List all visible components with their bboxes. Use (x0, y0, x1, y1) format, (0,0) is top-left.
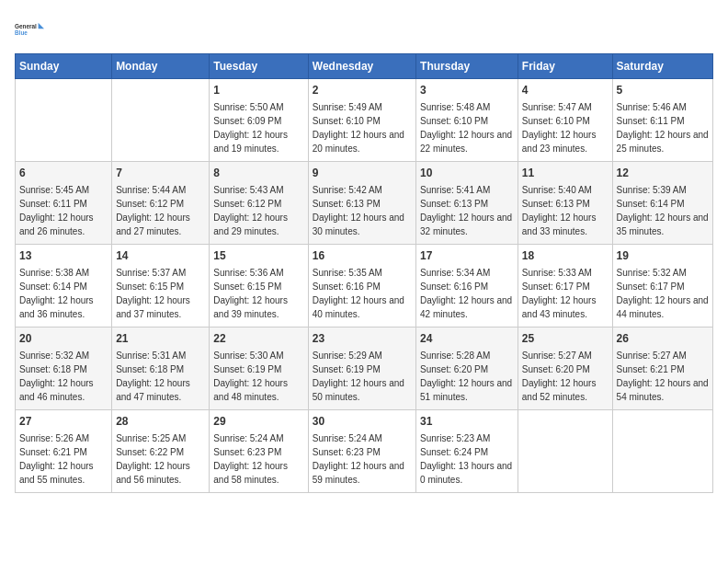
day-number: 21 (116, 331, 205, 347)
logo-icon: GeneralBlue (15, 15, 44, 44)
day-number: 4 (522, 83, 609, 98)
calendar-cell: 3Sunrise: 5:48 AM Sunset: 6:10 PM Daylig… (416, 79, 518, 162)
calendar-cell: 29Sunrise: 5:24 AM Sunset: 6:23 PM Dayli… (210, 410, 308, 493)
calendar-cell: 5Sunrise: 5:46 AM Sunset: 6:11 PM Daylig… (612, 79, 712, 162)
calendar-cell: 9Sunrise: 5:42 AM Sunset: 6:13 PM Daylig… (308, 162, 415, 245)
calendar-cell: 21Sunrise: 5:31 AM Sunset: 6:18 PM Dayli… (112, 327, 210, 410)
calendar-cell: 8Sunrise: 5:43 AM Sunset: 6:12 PM Daylig… (210, 162, 308, 245)
calendar-cell: 20Sunrise: 5:32 AM Sunset: 6:18 PM Dayli… (16, 327, 112, 410)
svg-text:Blue: Blue (15, 29, 28, 36)
calendar-cell: 4Sunrise: 5:47 AM Sunset: 6:10 PM Daylig… (518, 79, 612, 162)
day-number: 28 (116, 414, 205, 430)
weekday-header: Saturday (612, 54, 712, 79)
logo: GeneralBlue (15, 15, 44, 44)
svg-text:General: General (15, 23, 37, 29)
day-number: 24 (420, 331, 514, 347)
calendar-cell: 30Sunrise: 5:24 AM Sunset: 6:23 PM Dayli… (308, 410, 415, 493)
calendar-cell: 13Sunrise: 5:38 AM Sunset: 6:14 PM Dayli… (16, 245, 112, 327)
day-number: 13 (19, 248, 108, 264)
day-info: Sunrise: 5:42 AM Sunset: 6:13 PM Dayligh… (313, 185, 404, 236)
day-info: Sunrise: 5:27 AM Sunset: 6:20 PM Dayligh… (522, 350, 597, 402)
day-number: 3 (420, 83, 514, 98)
calendar-cell: 7Sunrise: 5:44 AM Sunset: 6:12 PM Daylig… (112, 162, 210, 245)
day-number: 14 (116, 248, 205, 264)
day-number: 25 (522, 331, 609, 347)
day-number: 27 (19, 414, 108, 430)
day-number: 8 (213, 166, 303, 181)
day-number: 31 (420, 414, 514, 430)
day-number: 6 (19, 166, 108, 181)
calendar-cell (612, 410, 712, 493)
weekday-header-row: SundayMondayTuesdayWednesdayThursdayFrid… (16, 54, 713, 79)
calendar-cell: 19Sunrise: 5:32 AM Sunset: 6:17 PM Dayli… (612, 245, 712, 327)
day-info: Sunrise: 5:23 AM Sunset: 6:24 PM Dayligh… (420, 433, 512, 485)
day-number: 16 (313, 248, 412, 264)
day-info: Sunrise: 5:25 AM Sunset: 6:22 PM Dayligh… (116, 433, 190, 485)
calendar-cell: 10Sunrise: 5:41 AM Sunset: 6:13 PM Dayli… (416, 162, 518, 245)
calendar-week-row: 20Sunrise: 5:32 AM Sunset: 6:18 PM Dayli… (16, 327, 713, 410)
day-number: 19 (617, 248, 709, 264)
day-info: Sunrise: 5:32 AM Sunset: 6:17 PM Dayligh… (617, 268, 709, 319)
day-number: 29 (213, 414, 303, 430)
calendar-cell: 2Sunrise: 5:49 AM Sunset: 6:10 PM Daylig… (308, 79, 415, 162)
day-info: Sunrise: 5:44 AM Sunset: 6:12 PM Dayligh… (116, 185, 190, 236)
day-info: Sunrise: 5:33 AM Sunset: 6:17 PM Dayligh… (522, 268, 597, 319)
day-info: Sunrise: 5:31 AM Sunset: 6:18 PM Dayligh… (116, 350, 190, 402)
day-info: Sunrise: 5:43 AM Sunset: 6:12 PM Dayligh… (213, 185, 288, 236)
day-number: 17 (420, 248, 514, 264)
weekday-header: Tuesday (210, 54, 308, 79)
weekday-header: Sunday (16, 54, 112, 79)
day-number: 10 (420, 166, 514, 181)
calendar-cell (112, 79, 210, 162)
day-number: 7 (116, 166, 205, 181)
day-info: Sunrise: 5:47 AM Sunset: 6:10 PM Dayligh… (522, 102, 597, 154)
svg-marker-2 (39, 23, 44, 29)
calendar-cell: 23Sunrise: 5:29 AM Sunset: 6:19 PM Dayli… (308, 327, 415, 410)
calendar-cell: 28Sunrise: 5:25 AM Sunset: 6:22 PM Dayli… (112, 410, 210, 493)
day-info: Sunrise: 5:29 AM Sunset: 6:19 PM Dayligh… (313, 350, 404, 402)
day-info: Sunrise: 5:46 AM Sunset: 6:11 PM Dayligh… (617, 102, 709, 154)
weekday-header: Monday (112, 54, 210, 79)
day-info: Sunrise: 5:49 AM Sunset: 6:10 PM Dayligh… (313, 102, 404, 154)
day-info: Sunrise: 5:24 AM Sunset: 6:23 PM Dayligh… (213, 433, 288, 485)
day-info: Sunrise: 5:38 AM Sunset: 6:14 PM Dayligh… (19, 268, 94, 319)
day-info: Sunrise: 5:39 AM Sunset: 6:14 PM Dayligh… (617, 185, 709, 236)
calendar-cell (518, 410, 612, 493)
day-info: Sunrise: 5:35 AM Sunset: 6:16 PM Dayligh… (313, 268, 404, 319)
calendar-cell (16, 79, 112, 162)
calendar-cell: 16Sunrise: 5:35 AM Sunset: 6:16 PM Dayli… (308, 245, 415, 327)
day-number: 2 (313, 83, 412, 98)
day-info: Sunrise: 5:41 AM Sunset: 6:13 PM Dayligh… (420, 185, 512, 236)
day-info: Sunrise: 5:28 AM Sunset: 6:20 PM Dayligh… (420, 350, 512, 402)
day-info: Sunrise: 5:40 AM Sunset: 6:13 PM Dayligh… (522, 185, 597, 236)
day-info: Sunrise: 5:48 AM Sunset: 6:10 PM Dayligh… (420, 102, 512, 154)
calendar-cell: 17Sunrise: 5:34 AM Sunset: 6:16 PM Dayli… (416, 245, 518, 327)
day-info: Sunrise: 5:30 AM Sunset: 6:19 PM Dayligh… (213, 350, 288, 402)
calendar-cell: 26Sunrise: 5:27 AM Sunset: 6:21 PM Dayli… (612, 327, 712, 410)
day-info: Sunrise: 5:32 AM Sunset: 6:18 PM Dayligh… (19, 350, 94, 402)
calendar-table: SundayMondayTuesdayWednesdayThursdayFrid… (15, 53, 713, 493)
calendar-cell: 31Sunrise: 5:23 AM Sunset: 6:24 PM Dayli… (416, 410, 518, 493)
calendar-week-row: 6Sunrise: 5:45 AM Sunset: 6:11 PM Daylig… (16, 162, 713, 245)
day-info: Sunrise: 5:50 AM Sunset: 6:09 PM Dayligh… (213, 102, 288, 154)
day-info: Sunrise: 5:37 AM Sunset: 6:15 PM Dayligh… (116, 268, 190, 319)
page-header: GeneralBlue (15, 15, 713, 44)
calendar-cell: 11Sunrise: 5:40 AM Sunset: 6:13 PM Dayli… (518, 162, 612, 245)
day-info: Sunrise: 5:36 AM Sunset: 6:15 PM Dayligh… (213, 268, 288, 319)
day-number: 5 (617, 83, 709, 98)
calendar-week-row: 13Sunrise: 5:38 AM Sunset: 6:14 PM Dayli… (16, 245, 713, 327)
day-number: 22 (213, 331, 303, 347)
day-number: 30 (313, 414, 412, 430)
day-number: 9 (313, 166, 412, 181)
weekday-header: Friday (518, 54, 612, 79)
weekday-header: Wednesday (308, 54, 415, 79)
day-number: 20 (19, 331, 108, 347)
day-info: Sunrise: 5:45 AM Sunset: 6:11 PM Dayligh… (19, 185, 94, 236)
day-number: 1 (213, 83, 303, 98)
day-number: 23 (313, 331, 412, 347)
calendar-cell: 22Sunrise: 5:30 AM Sunset: 6:19 PM Dayli… (210, 327, 308, 410)
calendar-week-row: 27Sunrise: 5:26 AM Sunset: 6:21 PM Dayli… (16, 410, 713, 493)
day-info: Sunrise: 5:26 AM Sunset: 6:21 PM Dayligh… (19, 433, 94, 485)
day-number: 26 (617, 331, 709, 347)
calendar-cell: 6Sunrise: 5:45 AM Sunset: 6:11 PM Daylig… (16, 162, 112, 245)
